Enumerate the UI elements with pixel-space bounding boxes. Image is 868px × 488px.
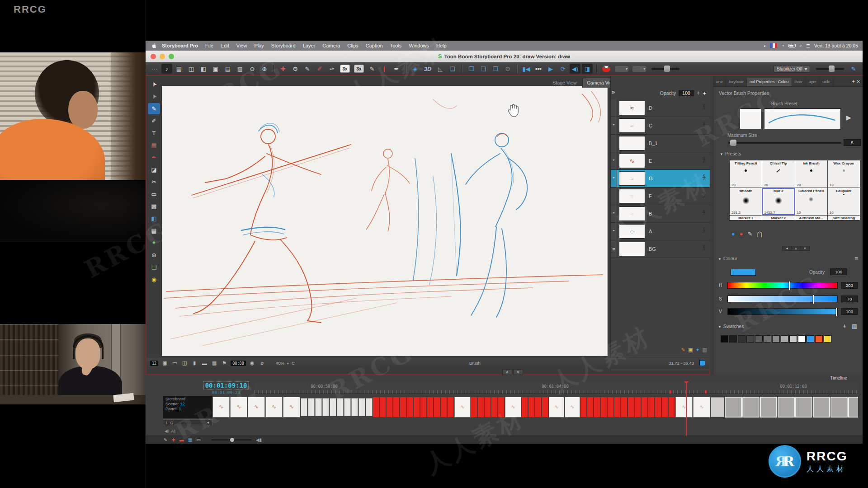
timeline-panel-cell[interactable]: [427, 397, 434, 417]
stabilizer-dropdown[interactable]: Stabilizer Off▾: [774, 65, 810, 73]
timeline-panel-cell[interactable]: [441, 397, 447, 417]
timeline-panel-cell[interactable]: [414, 397, 420, 417]
swatch[interactable]: [781, 335, 788, 343]
layer-thumbnail[interactable]: ·:·: [619, 224, 645, 239]
magnet-icon[interactable]: ⋂: [757, 230, 762, 237]
swatch[interactable]: [729, 335, 737, 343]
timeline-panel-cell[interactable]: [380, 397, 386, 417]
preset-chisel-tip[interactable]: Chisel Tip20: [762, 160, 794, 188]
spreadsheet-view-icon[interactable]: ▤: [222, 64, 233, 74]
layer-row-b_1[interactable]: B_1: [611, 135, 710, 152]
eye-tool-icon[interactable]: [602, 65, 611, 73]
timeline-panel-cell[interactable]: ∿: [212, 397, 230, 418]
layer-row-b[interactable]: ❞≈B: [611, 205, 710, 223]
frame-step-icon[interactable]: ▪▪▪: [533, 64, 544, 74]
menu-bar-clock[interactable]: Ven. 13 août à 20:05: [814, 43, 858, 48]
slider-knob[interactable]: [230, 438, 234, 442]
menu-item-layer[interactable]: Layer: [303, 43, 316, 48]
zoom-in-icon[interactable]: ⊕: [259, 64, 270, 74]
panel-tab-ool-properties---colou[interactable]: ool Properties : Colou: [747, 78, 792, 86]
slider-indicator[interactable]: [836, 308, 837, 316]
swatch[interactable]: [755, 335, 763, 343]
thumbnails-view-icon[interactable]: ▦: [174, 64, 184, 74]
panel-view-icon[interactable]: ◫: [186, 64, 197, 74]
menu-item-view[interactable]: View: [236, 43, 247, 48]
swatch[interactable]: [738, 335, 745, 343]
menu-item-storyboard[interactable]: Storyboard: [271, 43, 296, 48]
layer-pin-icon[interactable]: ❞: [611, 170, 617, 187]
timeline-panel-cell[interactable]: [848, 397, 858, 418]
globe-icon[interactable]: ◐: [764, 43, 766, 48]
timeline-panel-cell[interactable]: [471, 397, 477, 417]
slider-knob[interactable]: [664, 66, 670, 72]
timeline-panel-cell[interactable]: [635, 397, 641, 417]
layout-view-icon[interactable]: ▧: [235, 64, 245, 74]
slider-knob[interactable]: [730, 140, 736, 146]
tool-dropdown-a[interactable]: ▾: [615, 66, 628, 72]
pane-nav-arrow[interactable]: ∨: [513, 369, 523, 375]
drawing-canvas[interactable]: [162, 86, 608, 356]
opacity-value[interactable]: 100: [679, 90, 694, 96]
pen-icon[interactable]: ✎: [367, 64, 377, 74]
panel-tab-uide[interactable]: uide: [820, 78, 833, 86]
next-preset-arrow[interactable]: ▶: [846, 114, 851, 121]
gear-disabled-icon[interactable]: ⚙: [502, 64, 513, 74]
preset-tilting-pencil[interactable]: Tilting Pencil20: [730, 160, 762, 188]
add-panel-tab-button[interactable]: +: [852, 79, 855, 84]
panel-value[interactable]: 1: [179, 406, 181, 411]
layer-row-g[interactable]: ❞≈G: [611, 170, 710, 188]
current-colour-indicator[interactable]: [699, 360, 705, 366]
audio-track-row[interactable]: ◀) A1: [163, 427, 212, 434]
fill-tool[interactable]: ◧: [148, 213, 160, 224]
preset-soft-shading[interactable]: Soft Shading: [828, 216, 860, 221]
layer-pin-icon[interactable]: ❞: [611, 205, 617, 222]
minimize-window-button[interactable]: [160, 54, 165, 59]
saturation-slider[interactable]: [727, 296, 838, 302]
multi-colour-tool[interactable]: ✦: [148, 237, 160, 249]
zoom-tool[interactable]: ⊕: [148, 249, 160, 261]
timeline-panel-cell[interactable]: [301, 398, 307, 416]
brush-tool[interactable]: ✎: [148, 103, 160, 114]
maximum-size-value[interactable]: 5: [844, 139, 861, 146]
swatches-header[interactable]: ▼Swatches: [718, 324, 744, 329]
layer-thumbnail[interactable]: ≈: [619, 189, 645, 203]
eraser-tool[interactable]: ◪: [148, 164, 160, 175]
value-value[interactable]: 100: [841, 308, 858, 315]
add-marker-icon[interactable]: ✚: [171, 437, 175, 442]
zoom-3x-b[interactable]: 3x: [354, 65, 364, 73]
timeline-panel-cell[interactable]: [315, 398, 322, 416]
stabilizer-slider[interactable]: [816, 68, 844, 70]
close-window-button[interactable]: [151, 54, 156, 59]
text-tool[interactable]: T: [148, 127, 160, 139]
timeline-panel-cell[interactable]: [648, 397, 655, 417]
maximum-size-slider[interactable]: [728, 142, 841, 144]
swatch[interactable]: [764, 335, 771, 343]
pager-arrow[interactable]: ▼: [801, 246, 810, 250]
zoom-3x-a[interactable]: 3x: [340, 65, 350, 73]
swatch[interactable]: [772, 335, 780, 343]
settings-gear-icon[interactable]: ⚙: [290, 64, 301, 74]
timeline-panel-cell[interactable]: ∿: [283, 397, 300, 418]
timeline-panel-cell[interactable]: [366, 398, 373, 416]
battery-icon[interactable]: [788, 44, 796, 47]
layer-row-a[interactable]: ❞·:·A: [611, 223, 710, 240]
menu-item-caption[interactable]: Caption: [366, 43, 383, 48]
annotate-pencil-icon[interactable]: ✎: [681, 347, 685, 353]
layer-pin-icon[interactable]: ❞: [611, 223, 617, 240]
menu-item-windows[interactable]: Windows: [409, 43, 429, 48]
no-ghost-icon[interactable]: ⌀: [259, 360, 266, 366]
pager-arrow[interactable]: ▲: [792, 246, 801, 250]
pencil-icon[interactable]: ✎: [302, 64, 313, 74]
timeline-panel-cell[interactable]: [359, 398, 365, 416]
timeline-tab-label[interactable]: Timeline: [830, 375, 847, 380]
notation-icon[interactable]: ♪: [161, 64, 172, 74]
slider-indicator[interactable]: [789, 282, 790, 290]
edit-pencil-blue-icon[interactable]: ✎: [848, 64, 859, 74]
cutter-tool[interactable]: ✂: [148, 176, 160, 188]
timeline-panel-cell[interactable]: [601, 397, 607, 417]
new-panel-icon[interactable]: ❐: [466, 64, 476, 74]
layer-thumbnail[interactable]: [619, 242, 645, 256]
timeline-panel-cell[interactable]: ∿: [565, 397, 580, 418]
timeline-panel-cell[interactable]: [448, 397, 454, 417]
timeline-panel-cell[interactable]: [725, 397, 742, 418]
